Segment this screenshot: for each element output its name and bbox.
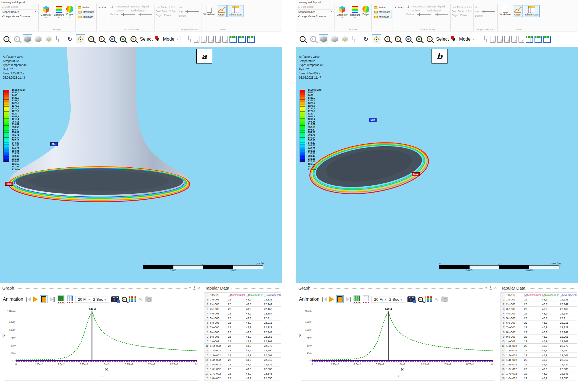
line-form-option[interactable]: Line Form (156, 6, 167, 9)
table-view-icon[interactable] (526, 36, 533, 43)
pan-button[interactable] (372, 34, 381, 44)
geometry-button[interactable]: Geometry▼ (336, 5, 348, 19)
table-row[interactable]: 15 1,5e-002 22 43,9 22,322 (204, 362, 281, 367)
zoom-fit-button[interactable]: ▣ (118, 34, 127, 44)
max-probe-tag[interactable]: Max (5, 182, 13, 186)
auto-scale-field[interactable]: 0, (Auto Scale) (1, 5, 37, 9)
isometric-view-button[interactable] (319, 34, 328, 44)
table-row[interactable]: 3 3,e-003 22 43,9 22,166 (204, 306, 281, 311)
select-face-icon[interactable] (497, 36, 503, 43)
large-vertex-contours-checkbox[interactable]: ✓Large Vertex Contours (1, 14, 37, 19)
duration-dropdown[interactable]: 2 Sec ▼ (93, 297, 106, 302)
3d-viewport[interactable]: A: Factory valveTemperatureType: Tempera… (296, 47, 578, 283)
mode-dropdown[interactable]: Mode (163, 37, 174, 42)
table-row[interactable]: 1 1,e-003 22 43,9 22,125 (500, 297, 577, 302)
table-row[interactable]: 9 9,e-003 22 43,9 22,255 (204, 334, 281, 339)
maximum-button[interactable]: Maximum (77, 10, 95, 14)
panel-menu-icon[interactable]: ▾ (485, 286, 487, 290)
y-axis-option[interactable]: Y Axis (169, 10, 176, 13)
scoped-bodies-dropdown[interactable]: Scoped Bodies▼ (1, 9, 37, 14)
line-form-option[interactable]: Line Form (452, 6, 463, 9)
frames-dropdown[interactable]: 20 Fr ▼ (78, 297, 90, 302)
top-option[interactable]: Top (179, 10, 183, 13)
solid-form-option[interactable]: Solid Form (452, 10, 464, 13)
table-row[interactable]: 18 1,8e-002 22 43,9 22,353 (500, 376, 577, 381)
table-row[interactable]: 17 1,7e-002 22 43,9 22,343 (204, 371, 281, 376)
zoom-in-out-button[interactable]: ⇕ (383, 34, 392, 44)
learning-and-support-link[interactable]: Learning and Support (296, 0, 578, 4)
table-row[interactable]: 6 6,e-003 22 43,9 22,215 (204, 320, 281, 325)
max-probe-tag[interactable]: Max (412, 172, 420, 176)
select-face-icon[interactable] (201, 36, 207, 43)
zoom-to-time-icon[interactable]: ▶ (122, 297, 127, 302)
table-row[interactable]: 4 4,e-003 22 43,9 22,184 (204, 311, 281, 316)
average-column-header[interactable]: ✔Average [°C] (263, 293, 281, 297)
minimum-button[interactable]: Minimum (77, 15, 95, 19)
zoom-plus-button[interactable]: ✚ (393, 34, 402, 44)
element-aligned-option[interactable]: Element Aligned (131, 5, 149, 8)
drag-handle[interactable] (231, 288, 280, 289)
time-column-header[interactable]: Time [s] (209, 293, 227, 297)
zoom-capped-button[interactable]: ⇅ (425, 34, 434, 44)
close-icon[interactable]: ✕ (494, 286, 497, 290)
table-row[interactable]: 5 5,e-003 22 43,9 22,2 (500, 316, 577, 320)
go-to-start-button[interactable] (26, 297, 31, 302)
3d-viewport[interactable]: A: Factory valveTemperatureType: Tempera… (0, 47, 282, 283)
table-row[interactable]: 10 1,e-002 22 43,9 22,267 (204, 339, 281, 343)
table-options-icon[interactable] (543, 36, 551, 43)
learning-and-support-link[interactable]: Learning and Support (0, 0, 282, 4)
box-zoom-button[interactable]: ▣ (108, 34, 117, 44)
snap-checkbox[interactable]: ✓Snap (98, 5, 108, 10)
minimum-column-header[interactable]: ✔Minimum [°C] (523, 293, 541, 297)
stop-button[interactable] (40, 295, 47, 303)
zoom-next-button[interactable]: ► (308, 34, 318, 44)
maximum-column-header[interactable]: ✔Maximum [°C] (541, 293, 559, 297)
y-axis-option[interactable]: Y Axis (466, 10, 472, 13)
tabular-data-view-button[interactable]: Tabular Data (524, 5, 540, 17)
vector-density-slider[interactable] (138, 14, 152, 15)
min-probe-tag[interactable]: Min (50, 142, 58, 146)
random-colors-button[interactable] (44, 34, 53, 44)
pin-icon[interactable] (489, 286, 492, 290)
checkbox-icon[interactable]: ✔ (264, 294, 266, 296)
table-row[interactable]: 1 1,e-003 22 43,9 22,125 (204, 297, 281, 302)
x-axis-option[interactable]: X Axis (465, 6, 472, 9)
viewports-button[interactable] (55, 34, 64, 44)
table-export-icon[interactable] (238, 36, 246, 43)
table-row[interactable]: 14 1,4e-002 22 43,9 22,312 (500, 357, 577, 362)
table-row[interactable]: 2 2,e-003 22 43,9 22,147 (500, 302, 577, 306)
origin-option[interactable]: Origin (452, 14, 458, 17)
element-aligned-option[interactable]: Element Aligned (427, 5, 445, 8)
table-row[interactable]: 11 1,1e-002 22 43,9 22,279 (500, 344, 577, 348)
bottom-option[interactable]: Bottom (179, 14, 186, 17)
constant-result-button[interactable] (67, 296, 73, 303)
vector-length-slider[interactable] (417, 14, 431, 15)
drag-handle[interactable] (17, 288, 187, 289)
solid-form-option[interactable]: Solid Form (156, 10, 167, 13)
maximum-column-header[interactable]: ✔Maximum [°C] (245, 293, 263, 297)
checkbox-icon[interactable]: ✔ (524, 294, 527, 296)
table-export-icon[interactable] (535, 36, 542, 43)
zoom-capped-button[interactable]: ⇅ (129, 34, 138, 44)
table-row[interactable]: 12 1,2e-002 22 43,9 22,29 (204, 348, 281, 353)
look-at-face-button[interactable] (33, 34, 43, 44)
select-edge-icon[interactable] (208, 36, 214, 43)
table-row[interactable]: 16 1,6e-002 22 43,9 22,333 (500, 367, 577, 371)
camera-icon[interactable] (145, 297, 152, 302)
temperature-time-chart[interactable]: 1590,6125010007505002502201,25e-22,5e-23… (297, 306, 497, 373)
bottom-option[interactable]: Bottom (475, 14, 482, 17)
probe-curve-icon[interactable]: ∿ (138, 296, 143, 302)
z-axis-option[interactable]: Z Axis (460, 14, 467, 17)
extend-selection-icon[interactable] (222, 36, 228, 43)
min-probe-tag[interactable]: Min (369, 118, 377, 122)
table-row[interactable]: 17 1,7e-002 22 43,9 22,343 (500, 371, 577, 376)
select-body-icon[interactable] (194, 36, 199, 43)
vector-length-slider[interactable] (121, 14, 135, 15)
table-row[interactable]: 14 1,4e-002 22 43,9 22,312 (204, 357, 281, 362)
valve-model-tilted-view[interactable] (296, 47, 578, 283)
contours-button[interactable]: Contours▼ (53, 5, 65, 19)
zoom-previous-button[interactable]: ◄ (2, 34, 11, 44)
checkbox-icon[interactable]: ✔ (228, 294, 231, 296)
iso-option[interactable]: Iso (179, 6, 182, 9)
probe-button[interactable]: Probe (77, 5, 95, 9)
